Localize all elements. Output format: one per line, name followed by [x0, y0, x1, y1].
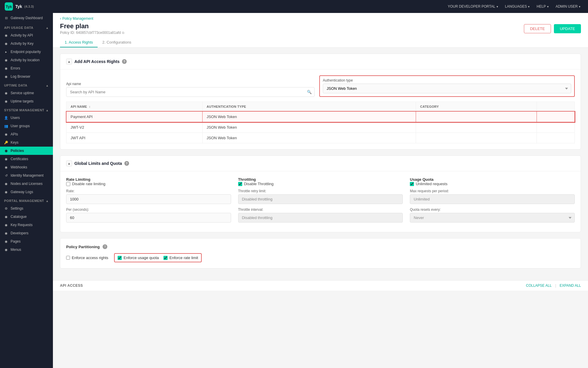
sidebar-item-uptime-targets[interactable]: ◉ Uptime targets — [0, 97, 53, 105]
apis-icon: ◉ — [4, 132, 8, 136]
sidebar-item-developers[interactable]: ◉ Developers — [0, 229, 53, 237]
rate-input[interactable] — [66, 194, 231, 204]
sidebar: ⊟ Gateway Dashboard API Usage Data ▲ ◉ A… — [0, 13, 53, 368]
sidebar-item-activity-by-key[interactable]: ◉ Activity by Key — [0, 39, 53, 48]
tyk-logo-icon: Tyk — [5, 2, 13, 11]
sidebar-item-log-browser[interactable]: ◉ Log Browser — [0, 72, 53, 81]
content-area: ▲ Add API Access Rights ? Api name 🔍 — [53, 48, 588, 280]
tab-configurations[interactable]: 2. Configurations — [98, 38, 136, 47]
sidebar-item-errors[interactable]: ◉ Errors — [0, 64, 53, 72]
disable-throttling-checkbox[interactable] — [238, 182, 242, 186]
help-icon[interactable]: ? — [122, 59, 127, 64]
policies-icon: ◉ — [4, 149, 8, 153]
throttling-col: Throttling Disable Throttling Throttle r… — [238, 177, 403, 226]
throttle-interval-input[interactable] — [238, 213, 403, 223]
unlimited-requests-checkbox[interactable] — [410, 182, 414, 186]
page-title: Free plan — [60, 22, 124, 30]
help-menu[interactable]: HELP ▾ — [534, 3, 551, 10]
sidebar-item-gateway-dashboard[interactable]: ⊟ Gateway Dashboard — [0, 13, 53, 23]
enforce-rate-limit-checkbox[interactable] — [163, 256, 168, 260]
sidebar-section-system: System Management ▲ — [0, 105, 53, 114]
sidebar-item-pages[interactable]: ◉ Pages — [0, 237, 53, 246]
disable-rate-limiting-checkbox[interactable] — [66, 182, 70, 186]
sidebar-item-nodes-licenses[interactable]: ◉ Nodes and Licenses — [0, 180, 53, 188]
sidebar-item-menus[interactable]: ◉ Menus — [0, 246, 53, 254]
page-header: ‹ Policy Management Free plan Policy ID:… — [53, 13, 588, 48]
sort-icon[interactable]: ↕ — [89, 105, 91, 108]
auth-type-select[interactable]: JSON Web Token Auth Token Open (Keyless) — [323, 84, 571, 93]
sidebar-item-policies[interactable]: ◉ Policies — [0, 147, 53, 155]
api-name-input[interactable] — [66, 87, 315, 97]
sidebar-item-user-groups[interactable]: 👥 User groups — [0, 122, 53, 130]
enforce-access-rights-checkbox[interactable] — [66, 256, 70, 260]
sidebar-item-webhooks[interactable]: ◉ Webhooks — [0, 163, 53, 171]
disable-rate-limiting-label: Disable rate limiting — [72, 182, 105, 186]
table-cell-actions — [537, 133, 575, 143]
breadcrumb[interactable]: ‹ Policy Management — [60, 16, 581, 21]
table-row: JWT-V2 JSON Web Token — [66, 122, 575, 133]
menus-icon: ◉ — [4, 248, 8, 252]
copy-icon[interactable]: ⧉ — [122, 31, 124, 35]
enforce-usage-quota-checkbox[interactable] — [118, 256, 122, 260]
keys-icon: 🔑 — [4, 141, 8, 145]
quota-resets-select[interactable]: Never Hourly Daily Weekly Monthly — [410, 213, 575, 223]
enforce-access-rights-item: Enforce access rights — [66, 256, 108, 260]
delete-button[interactable]: DELETE — [524, 24, 551, 33]
tab-access-rights[interactable]: 1. Access Rights — [60, 38, 98, 47]
update-button[interactable]: UPDATE — [554, 24, 581, 33]
throttle-retry-input[interactable] — [238, 194, 403, 204]
collapse-icon[interactable]: ▲ — [46, 109, 49, 112]
per-seconds-input[interactable] — [66, 213, 231, 223]
table-cell-api-name: JWT-V2 — [66, 122, 203, 133]
help-icon[interactable]: ? — [103, 244, 107, 249]
api-access-label: API ACCESS — [60, 284, 83, 288]
main-content: ‹ Policy Management Free plan Policy ID:… — [53, 13, 588, 368]
catalogue-icon: ◉ — [4, 215, 8, 219]
policy-id-row: Policy ID: 640857cbf773ce0001a81afd ⧉ — [60, 31, 124, 35]
table-header-actions — [537, 102, 575, 112]
settings-icon: ⚙ — [4, 207, 8, 210]
table-header-auth-type: AUTHENTICATION TYPE — [202, 102, 416, 112]
max-requests-input[interactable] — [410, 194, 575, 204]
collapse-icon[interactable]: ▲ — [46, 26, 49, 29]
pages-icon: ◉ — [4, 240, 8, 243]
sidebar-item-apis[interactable]: ◉ APIs — [0, 130, 53, 138]
sidebar-item-identity-management[interactable]: ↺ Identity Management — [0, 171, 53, 180]
top-nav-items: YOUR DEVELOPER PORTAL ▾ LANGUAGES ▾ HELP… — [445, 3, 583, 10]
add-api-section: ▲ Add API Access Rights ? Api name 🔍 — [60, 54, 581, 150]
sidebar-section-portal: Portal Management ▲ — [0, 196, 53, 204]
users-icon: 👤 — [4, 116, 8, 120]
sidebar-item-keys[interactable]: 🔑 Keys — [0, 138, 53, 147]
sidebar-item-endpoint-popularity[interactable]: ▸ Endpoint popularity — [0, 48, 53, 56]
collapse-all-link[interactable]: COLLAPSE ALL — [526, 284, 552, 288]
developers-icon: ◉ — [4, 231, 8, 235]
activity-key-icon: ◉ — [4, 42, 8, 46]
sidebar-item-key-requests[interactable]: ◉ Key Requests — [0, 221, 53, 229]
api-table: API NAME ↕ AUTHENTICATION TYPE CATEGORY … — [66, 102, 575, 143]
collapse-icon[interactable]: ▲ — [46, 199, 49, 203]
table-cell-api-name: Payment API — [66, 112, 203, 122]
key-requests-icon: ◉ — [4, 223, 8, 227]
table-header-category: CATEGORY — [416, 102, 537, 112]
app-name: Tyk — [15, 4, 22, 9]
endpoint-icon: ▸ — [4, 50, 8, 54]
sidebar-item-certificates[interactable]: ◉ Certificates — [0, 155, 53, 163]
sidebar-item-service-uptime[interactable]: ◉ Service uptime — [0, 89, 53, 97]
sidebar-item-activity-by-location[interactable]: ◉ Activity by location — [0, 56, 53, 64]
developer-portal-menu[interactable]: YOUR DEVELOPER PORTAL ▾ — [445, 3, 501, 10]
api-name-group: Api name 🔍 — [66, 82, 315, 97]
expand-all-link[interactable]: EXPAND ALL — [560, 284, 581, 288]
sidebar-item-settings[interactable]: ⚙ Settings — [0, 204, 53, 213]
sidebar-item-users[interactable]: 👤 Users — [0, 114, 53, 122]
unlimited-requests-label: Unlimited requests — [416, 182, 447, 186]
collapse-button[interactable]: ▲ — [66, 160, 72, 166]
sidebar-item-catalogue[interactable]: ◉ Catalogue — [0, 213, 53, 221]
help-icon[interactable]: ? — [124, 161, 129, 166]
sidebar-item-gateway-logs[interactable]: ◉ Gateway Logs — [0, 188, 53, 196]
sidebar-item-activity-by-api[interactable]: ◉ Activity by API — [0, 31, 53, 39]
api-access-bar: API ACCESS COLLAPSE ALL | EXPAND ALL — [53, 280, 588, 291]
collapse-icon[interactable]: ▲ — [46, 84, 49, 87]
admin-user-menu[interactable]: ADMIN USER ▾ — [553, 3, 583, 10]
languages-menu[interactable]: LANGUAGES ▾ — [502, 3, 533, 10]
collapse-button[interactable]: ▲ — [66, 59, 72, 64]
